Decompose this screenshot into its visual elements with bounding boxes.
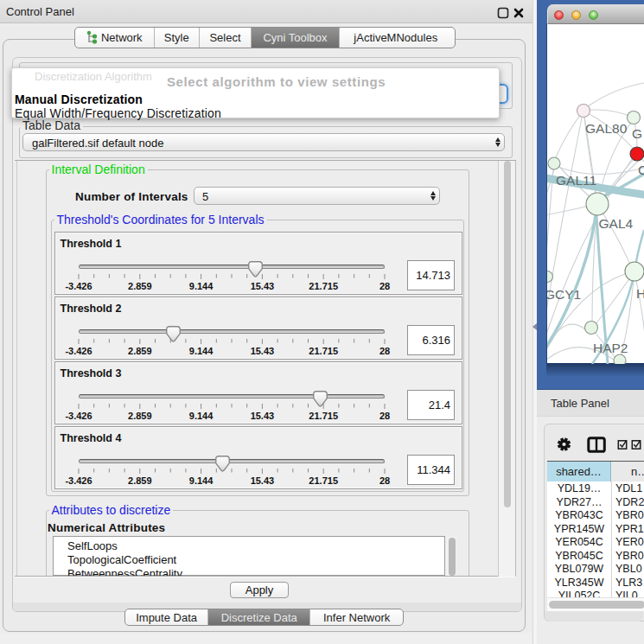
- svg-text:15.43: 15.43: [251, 345, 275, 355]
- svg-text:GAL80: GAL80: [585, 121, 628, 136]
- svg-text:28: 28: [379, 280, 390, 290]
- svg-text:28: 28: [379, 475, 390, 485]
- svg-text:GAL4: GAL4: [599, 216, 634, 231]
- svg-text:GAL11: GAL11: [556, 172, 596, 187]
- svg-text:9.144: 9.144: [189, 345, 214, 355]
- svg-text:9.144: 9.144: [189, 410, 214, 420]
- svg-text:28: 28: [379, 410, 390, 420]
- svg-text:2.859: 2.859: [128, 475, 152, 485]
- svg-text:9.144: 9.144: [189, 475, 214, 485]
- svg-text:21.715: 21.715: [309, 280, 338, 290]
- svg-text:28: 28: [379, 345, 390, 355]
- svg-text:GCY1: GCY1: [547, 287, 581, 302]
- svg-text:H: H: [636, 286, 644, 301]
- svg-text:9.144: 9.144: [189, 280, 214, 290]
- svg-text:-3.426: -3.426: [65, 475, 92, 485]
- svg-text:15.43: 15.43: [251, 475, 275, 485]
- svg-text:2.859: 2.859: [128, 345, 152, 355]
- svg-text:2.859: 2.859: [128, 410, 152, 420]
- svg-text:21.715: 21.715: [309, 475, 338, 485]
- svg-text:15.43: 15.43: [251, 410, 275, 420]
- svg-text:15.43: 15.43: [251, 280, 275, 290]
- svg-text:HAP2: HAP2: [593, 341, 628, 355]
- svg-text:-3.426: -3.426: [65, 280, 92, 290]
- svg-text:C…: C…: [638, 163, 644, 177]
- svg-text:-3.426: -3.426: [65, 345, 92, 355]
- svg-text:21.715: 21.715: [309, 410, 338, 420]
- svg-text:2.859: 2.859: [128, 280, 152, 290]
- svg-text:21.715: 21.715: [309, 345, 338, 355]
- svg-text:-3.426: -3.426: [65, 410, 92, 420]
- svg-text:G…: G…: [632, 126, 644, 141]
